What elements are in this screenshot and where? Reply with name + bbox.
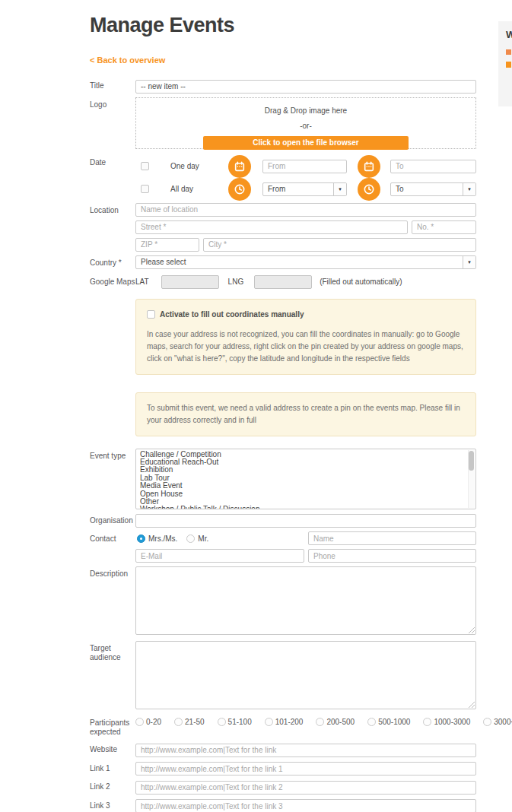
lng-input bbox=[254, 275, 312, 289]
participants-radio[interactable] bbox=[218, 718, 226, 726]
link-row: Link 3 bbox=[90, 798, 476, 812]
resize-handle[interactable] bbox=[467, 626, 475, 633]
manage-events-form: Manage Events < Back to overview Title L… bbox=[90, 0, 476, 812]
links-section: Link 1 Link 2 Link 3 bbox=[90, 761, 476, 812]
participants-option[interactable]: 200-500 bbox=[316, 718, 355, 726]
participants-option[interactable]: 3000+ bbox=[483, 718, 512, 726]
time-from-select[interactable]: From ▾ bbox=[262, 182, 347, 196]
time-to-button[interactable] bbox=[358, 178, 380, 201]
description-textarea[interactable] bbox=[135, 566, 476, 635]
country-selected-value: Please select bbox=[136, 258, 190, 266]
link-row: Link 2 bbox=[90, 779, 476, 795]
zip-input[interactable] bbox=[135, 238, 199, 252]
field-label: Link 1 bbox=[90, 761, 135, 776]
participants-radio[interactable] bbox=[483, 718, 491, 726]
time-from-value: From bbox=[263, 185, 290, 193]
participants-radio[interactable] bbox=[135, 718, 144, 726]
all-day-label: All day bbox=[170, 185, 228, 193]
participants-option[interactable]: 21-50 bbox=[174, 718, 205, 726]
participants-radio[interactable] bbox=[316, 718, 324, 726]
website-row: Website bbox=[90, 742, 476, 757]
calendar-from-button[interactable] bbox=[228, 155, 251, 178]
location-name-input[interactable] bbox=[135, 203, 476, 217]
participants-option-label: 500-1000 bbox=[378, 718, 410, 726]
event-type-option[interactable]: Media Event bbox=[140, 482, 465, 490]
clock-icon bbox=[234, 183, 246, 195]
target-audience-textarea[interactable] bbox=[135, 641, 476, 709]
field-label: Date bbox=[90, 155, 135, 201]
contact-phone-input[interactable] bbox=[308, 549, 476, 563]
salutation-option[interactable]: Mr. bbox=[186, 534, 208, 543]
logo-dropzone[interactable]: Drag & Drop image here -or- Click to ope… bbox=[135, 97, 476, 149]
salutation-radio[interactable] bbox=[137, 534, 145, 543]
participants-radio-group: 0-20 21-50 51-100 101-200 bbox=[135, 715, 476, 726]
website-input[interactable] bbox=[135, 744, 476, 757]
event-type-option[interactable]: Exhibition bbox=[140, 466, 465, 474]
chevron-down-icon[interactable]: ▾ bbox=[333, 183, 346, 195]
page-title: Manage Events bbox=[90, 14, 476, 37]
event-type-option[interactable]: Workshop / Public Talk / Discussion bbox=[140, 506, 465, 509]
participants-radio[interactable] bbox=[265, 718, 273, 726]
calendar-icon bbox=[363, 160, 375, 173]
calendar-icon bbox=[234, 160, 246, 173]
event-type-option[interactable]: Educational Reach-Out bbox=[140, 458, 465, 466]
listbox-scrollbar[interactable] bbox=[468, 450, 475, 508]
date-from-input[interactable] bbox=[262, 160, 347, 173]
field-label: Event type bbox=[90, 449, 135, 509]
field-label: Description bbox=[90, 566, 135, 635]
event-type-option[interactable]: Lab Tour bbox=[140, 474, 465, 482]
clipped-right-panel: W bbox=[498, 21, 512, 106]
contact-email-input[interactable] bbox=[135, 549, 304, 563]
scrollbar-thumb[interactable] bbox=[469, 451, 474, 471]
participants-row: Participants expected 0-20 21-50 bbox=[90, 715, 476, 737]
logo-row: Logo Drag & Drop image here -or- Click t… bbox=[90, 97, 476, 149]
country-select[interactable]: Please select ▾ bbox=[135, 255, 476, 269]
organisation-input[interactable] bbox=[135, 514, 476, 528]
participants-option[interactable]: 1000-3000 bbox=[423, 718, 470, 726]
participants-option[interactable]: 51-100 bbox=[218, 718, 252, 726]
link-input[interactable] bbox=[135, 799, 476, 812]
contact-name-input[interactable] bbox=[308, 531, 476, 545]
participants-radio[interactable] bbox=[423, 718, 431, 726]
address-info-box: To submit this event, we need a valid ad… bbox=[135, 392, 476, 436]
country-row: Country * Please select ▾ bbox=[90, 255, 476, 269]
lat-input bbox=[161, 275, 219, 289]
salutation-radio-group: Mrs./Ms. Mr. bbox=[135, 534, 308, 543]
all-day-checkbox[interactable] bbox=[141, 185, 149, 193]
city-input[interactable] bbox=[203, 238, 476, 252]
participants-option-label: 101-200 bbox=[275, 718, 304, 726]
link-input[interactable] bbox=[135, 781, 476, 795]
participants-radio[interactable] bbox=[174, 718, 183, 726]
clipped-panel-heading: W bbox=[506, 29, 512, 40]
participants-radio[interactable] bbox=[367, 718, 376, 726]
street-number-input[interactable] bbox=[412, 220, 476, 234]
location-row: Location bbox=[90, 203, 476, 252]
time-to-select[interactable]: To ▾ bbox=[390, 182, 476, 196]
street-input[interactable] bbox=[135, 220, 408, 234]
calendar-to-button[interactable] bbox=[358, 155, 380, 178]
open-file-browser-button[interactable]: Click to open the file browser bbox=[203, 136, 409, 150]
event-type-listbox[interactable]: Challenge / Competition Educational Reac… bbox=[135, 449, 476, 509]
description-row: Description bbox=[90, 566, 476, 635]
chevron-down-icon[interactable]: ▾ bbox=[463, 183, 475, 195]
field-label: Contact bbox=[90, 531, 135, 563]
event-type-option[interactable]: Open House bbox=[140, 490, 465, 498]
date-to-input[interactable] bbox=[390, 160, 476, 173]
back-to-overview-link[interactable]: < Back to overview bbox=[90, 56, 165, 65]
salutation-label: Mrs./Ms. bbox=[148, 534, 177, 543]
salutation-radio[interactable] bbox=[186, 534, 195, 543]
target-audience-row: Target audience bbox=[90, 641, 476, 709]
participants-option[interactable]: 0-20 bbox=[135, 718, 161, 726]
link-input[interactable] bbox=[135, 762, 476, 776]
participants-option-label: 51-100 bbox=[228, 718, 252, 726]
salutation-option[interactable]: Mrs./Ms. bbox=[137, 534, 177, 543]
time-from-button[interactable] bbox=[228, 178, 251, 201]
chevron-down-icon[interactable]: ▾ bbox=[463, 256, 475, 268]
resize-handle[interactable] bbox=[467, 700, 475, 708]
manual-coordinates-checkbox[interactable] bbox=[147, 310, 155, 319]
participants-option[interactable]: 101-200 bbox=[265, 718, 304, 726]
one-day-checkbox[interactable] bbox=[141, 162, 149, 170]
participants-option[interactable]: 500-1000 bbox=[367, 718, 410, 726]
title-input[interactable] bbox=[135, 80, 476, 94]
field-label: Logo bbox=[90, 97, 135, 149]
